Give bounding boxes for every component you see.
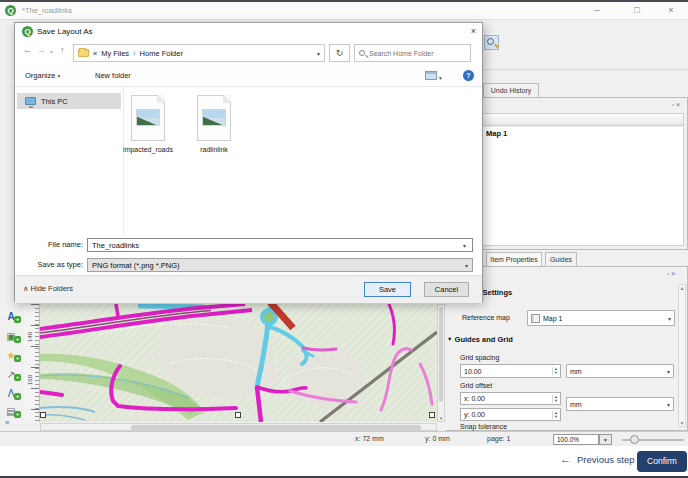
- left-arrow-icon: ←: [560, 453, 571, 465]
- image-file-icon: [197, 95, 231, 141]
- vertical-scrollbar[interactable]: ▾: [437, 304, 445, 422]
- file-item[interactable]: impacted_roads: [116, 95, 180, 153]
- file-item[interactable]: radlinlink: [182, 95, 246, 153]
- file-name-dropdown-icon[interactable]: ▾: [463, 242, 466, 249]
- maximize-button[interactable]: □: [624, 5, 650, 15]
- map-graphic: [40, 304, 437, 422]
- properties-scrollbar[interactable]: ▲▼: [678, 284, 686, 427]
- panel-controls: ▫×: [672, 101, 682, 108]
- cursor-y-readout: y: 0 mm: [425, 435, 450, 442]
- image-file-icon: [131, 95, 165, 141]
- previous-step-link[interactable]: ← Previous step: [560, 453, 635, 465]
- grid-offset-label: Grid offset: [460, 382, 492, 389]
- tab-undo-history[interactable]: Undo History: [483, 83, 539, 97]
- layout-map-canvas[interactable]: [40, 304, 437, 422]
- reference-map-select[interactable]: Map 1 ▾: [527, 310, 675, 326]
- zoom-tool-icon[interactable]: [484, 35, 499, 50]
- snap-tolerance-label: Snap tolerance: [460, 423, 507, 430]
- reference-map-label: Reference map: [462, 314, 510, 321]
- search-box[interactable]: [354, 44, 471, 62]
- grid-offset-unit-select[interactable]: mm ▾: [566, 397, 674, 411]
- address-dropdown-icon[interactable]: ▾: [317, 50, 320, 57]
- zoom-level-input[interactable]: 100.0%: [553, 434, 599, 445]
- breadcrumb-my-files[interactable]: My Files: [101, 49, 129, 58]
- scroll-down-icon[interactable]: ▾: [438, 415, 444, 421]
- zoom-dropdown-icon[interactable]: ▾: [599, 434, 612, 445]
- dialog-close-button[interactable]: ×: [471, 26, 476, 36]
- guides-grid-heading[interactable]: ▼ Guides and Grid: [447, 335, 513, 344]
- close-window-button[interactable]: ×: [658, 5, 684, 15]
- vertical-ruler: 140 160: [24, 304, 40, 422]
- help-icon: ?: [463, 70, 474, 81]
- chevron-down-icon: ▾: [58, 73, 61, 79]
- grid-spacing-unit-select[interactable]: mm ▾: [566, 364, 674, 378]
- list-item-map1[interactable]: Map 1: [451, 127, 683, 140]
- sidebar-item-this-pc[interactable]: This PC: [17, 93, 121, 109]
- organize-menu[interactable]: Organize ▾: [25, 71, 60, 80]
- breadcrumb-home-folder[interactable]: Home Folder: [140, 49, 183, 58]
- statusbar: x: 72 mm y: 0 mm page: 1 100.0% ▾: [0, 431, 688, 446]
- file-name-field-label: File name:: [15, 240, 83, 249]
- minimize-button[interactable]: –: [584, 5, 610, 15]
- items-list: Map 1: [450, 127, 684, 246]
- add-html-tool[interactable]: ▤+: [3, 401, 19, 417]
- close-panel-icon-2[interactable]: ×: [671, 270, 677, 277]
- spin-arrows-icon[interactable]: ▴▾: [552, 395, 557, 403]
- address-bar[interactable]: « My Files › Home Folder ▾: [73, 44, 325, 62]
- qgis-logo-icon: Q: [22, 26, 33, 37]
- view-mode-button[interactable]: ▾: [425, 71, 442, 82]
- add-arrow-tool[interactable]: ↗+: [3, 364, 19, 380]
- grid-offset-y-spinbox[interactable]: y: 0.00 ▴▾: [460, 408, 561, 421]
- page-readout: page: 1: [487, 435, 510, 442]
- selection-handle[interactable]: [40, 412, 46, 418]
- recent-locations-icon[interactable]: ▾: [50, 48, 53, 55]
- back-button[interactable]: ←: [23, 45, 32, 55]
- hide-folders-button[interactable]: ∧ Hide Folders: [23, 284, 73, 293]
- grid-spacing-label: Grid spacing: [460, 354, 499, 361]
- save-type-field-label: Save as type:: [15, 260, 83, 269]
- search-input[interactable]: [369, 50, 459, 57]
- horizontal-scrollbar[interactable]: [40, 423, 437, 431]
- add-label-tool[interactable]: A+: [3, 306, 19, 322]
- collapse-toolbar-button[interactable]: «: [5, 418, 9, 427]
- save-type-select[interactable]: PNG format (*.png *.PNG) ▾: [87, 258, 473, 272]
- refresh-button[interactable]: ↻: [329, 44, 350, 62]
- scrollbar-thumb[interactable]: [439, 307, 443, 402]
- spin-arrows-icon[interactable]: ▴▾: [552, 411, 557, 419]
- save-button[interactable]: Save: [364, 282, 411, 297]
- selection-handle[interactable]: [235, 412, 241, 418]
- view-icon: [425, 71, 437, 80]
- grid-spacing-spinbox[interactable]: 10.00 ▴▾: [460, 364, 561, 378]
- help-button[interactable]: ?: [463, 70, 474, 81]
- dialog-footer: ∧ Hide Folders Save Cancel: [15, 275, 482, 303]
- qgis-logo-icon: Q: [5, 5, 16, 16]
- file-name-label: radlinlink: [182, 146, 246, 153]
- cursor-x-readout: x: 72 mm: [355, 435, 384, 442]
- up-button[interactable]: ↑: [60, 45, 65, 55]
- add-shape-tool[interactable]: ★+: [3, 345, 19, 361]
- scrollbar-thumb[interactable]: [131, 425, 421, 430]
- window-title: *The_roadlinks: [22, 6, 72, 15]
- zoom-slider-handle[interactable]: [630, 435, 639, 444]
- close-panel-icon[interactable]: ×: [676, 101, 682, 108]
- tab-guides[interactable]: Guides: [545, 252, 577, 266]
- computer-icon: [25, 97, 36, 105]
- spin-arrows-icon[interactable]: ▴▾: [552, 367, 557, 375]
- ruler-label: 140: [27, 332, 33, 342]
- chevron-down-icon: ▾: [668, 315, 671, 322]
- add-picture-tool[interactable]: ▣+: [3, 326, 19, 342]
- file-name-input[interactable]: [87, 238, 473, 252]
- tab-item-properties[interactable]: Item Properties: [486, 252, 542, 266]
- selection-handle[interactable]: [429, 412, 435, 418]
- chevron-down-icon: ▾: [439, 75, 442, 81]
- forward-button[interactable]: →: [37, 45, 46, 55]
- breadcrumb-collapse[interactable]: «: [93, 49, 97, 58]
- add-node-item-tool[interactable]: Λ+: [3, 383, 19, 399]
- confirm-button[interactable]: Confirm: [637, 451, 687, 472]
- search-icon: [359, 50, 365, 56]
- new-folder-button[interactable]: New folder: [95, 71, 131, 80]
- dialog-titlebar: Q Save Layout As ×: [15, 23, 482, 41]
- cancel-button[interactable]: Cancel: [424, 282, 469, 297]
- grid-offset-x-spinbox[interactable]: x: 0.00 ▴▾: [460, 392, 561, 405]
- file-name-label: impacted_roads: [116, 146, 180, 153]
